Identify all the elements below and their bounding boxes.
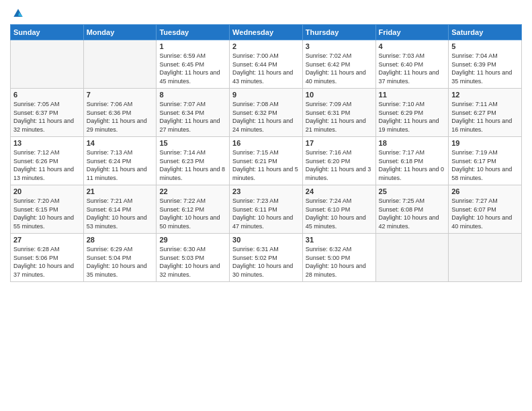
- week-row: 27Sunrise: 6:28 AMSunset: 5:06 PMDayligh…: [11, 234, 522, 282]
- day-number: 9: [232, 91, 300, 99]
- day-info: Sunrise: 7:25 AMSunset: 6:08 PMDaylight:…: [379, 197, 446, 230]
- day-number: 15: [159, 139, 226, 147]
- calendar-cell: 11Sunrise: 7:10 AMSunset: 6:29 PMDayligh…: [375, 89, 449, 137]
- day-number: 13: [13, 139, 81, 147]
- day-number: 19: [451, 139, 519, 147]
- day-number: 24: [306, 187, 373, 195]
- calendar-cell: [83, 40, 157, 89]
- calendar-cell: 14Sunrise: 7:13 AMSunset: 6:24 PMDayligh…: [83, 137, 157, 185]
- calendar-cell: 13Sunrise: 7:12 AMSunset: 6:26 PMDayligh…: [11, 137, 84, 185]
- calendar-cell: 17Sunrise: 7:16 AMSunset: 6:20 PMDayligh…: [302, 137, 375, 185]
- day-number: 31: [306, 236, 373, 244]
- calendar-cell: 3Sunrise: 7:02 AMSunset: 6:42 PMDaylight…: [302, 40, 375, 89]
- day-info: Sunrise: 7:21 AMSunset: 6:14 PMDaylight:…: [87, 197, 154, 230]
- day-number: 28: [87, 236, 154, 244]
- day-info: Sunrise: 7:08 AMSunset: 6:32 PMDaylight:…: [232, 100, 300, 134]
- calendar-page: SundayMondayTuesdayWednesdayThursdayFrid…: [0, 0, 532, 411]
- calendar-cell: 16Sunrise: 7:15 AMSunset: 6:21 PMDayligh…: [230, 137, 303, 185]
- day-number: 3: [306, 42, 373, 50]
- day-info: Sunrise: 7:09 AMSunset: 6:31 PMDaylight:…: [306, 100, 373, 134]
- col-header-tuesday: Tuesday: [157, 25, 230, 40]
- col-header-sunday: Sunday: [11, 25, 84, 40]
- calendar-cell: 25Sunrise: 7:25 AMSunset: 6:08 PMDayligh…: [375, 185, 449, 234]
- calendar-table: SundayMondayTuesdayWednesdayThursdayFrid…: [10, 24, 522, 282]
- calendar-cell: 30Sunrise: 6:31 AMSunset: 5:02 PMDayligh…: [230, 234, 303, 282]
- header: [10, 7, 522, 19]
- day-number: 5: [451, 42, 519, 50]
- day-info: Sunrise: 6:59 AMSunset: 6:45 PMDaylight:…: [159, 52, 226, 85]
- calendar-cell: 7Sunrise: 7:06 AMSunset: 6:36 PMDaylight…: [83, 89, 157, 137]
- day-info: Sunrise: 6:28 AMSunset: 5:06 PMDaylight:…: [13, 245, 81, 279]
- day-info: Sunrise: 7:20 AMSunset: 6:15 PMDaylight:…: [13, 197, 81, 230]
- day-number: 16: [232, 139, 300, 147]
- calendar-cell: 18Sunrise: 7:17 AMSunset: 6:18 PMDayligh…: [375, 137, 449, 185]
- day-number: 1: [159, 42, 226, 50]
- day-number: 17: [306, 139, 373, 147]
- day-info: Sunrise: 7:23 AMSunset: 6:11 PMDaylight:…: [232, 197, 300, 230]
- day-info: Sunrise: 7:17 AMSunset: 6:18 PMDaylight:…: [379, 148, 446, 182]
- calendar-cell: 15Sunrise: 7:14 AMSunset: 6:23 PMDayligh…: [157, 137, 230, 185]
- day-number: 2: [232, 42, 300, 50]
- calendar-cell: [449, 234, 522, 282]
- day-info: Sunrise: 7:14 AMSunset: 6:23 PMDaylight:…: [159, 148, 226, 182]
- day-number: 11: [379, 91, 446, 99]
- day-info: Sunrise: 7:24 AMSunset: 6:10 PMDaylight:…: [306, 197, 373, 230]
- day-number: 6: [13, 91, 81, 99]
- day-info: Sunrise: 7:10 AMSunset: 6:29 PMDaylight:…: [379, 100, 446, 134]
- day-info: Sunrise: 6:30 AMSunset: 5:03 PMDaylight:…: [159, 245, 226, 279]
- calendar-cell: 28Sunrise: 6:29 AMSunset: 5:04 PMDayligh…: [83, 234, 157, 282]
- calendar-cell: 6Sunrise: 7:05 AMSunset: 6:37 PMDaylight…: [11, 89, 84, 137]
- calendar-cell: 10Sunrise: 7:09 AMSunset: 6:31 PMDayligh…: [302, 89, 375, 137]
- day-number: 23: [232, 187, 300, 195]
- day-info: Sunrise: 7:04 AMSunset: 6:39 PMDaylight:…: [451, 52, 519, 85]
- calendar-cell: 9Sunrise: 7:08 AMSunset: 6:32 PMDaylight…: [230, 89, 303, 137]
- day-info: Sunrise: 6:32 AMSunset: 5:00 PMDaylight:…: [306, 245, 373, 279]
- day-info: Sunrise: 7:00 AMSunset: 6:44 PMDaylight:…: [232, 52, 300, 85]
- calendar-cell: 29Sunrise: 6:30 AMSunset: 5:03 PMDayligh…: [157, 234, 230, 282]
- calendar-cell: 5Sunrise: 7:04 AMSunset: 6:39 PMDaylight…: [449, 40, 522, 89]
- calendar-cell: [375, 234, 449, 282]
- calendar-cell: 21Sunrise: 7:21 AMSunset: 6:14 PMDayligh…: [83, 185, 157, 234]
- calendar-cell: 22Sunrise: 7:22 AMSunset: 6:12 PMDayligh…: [157, 185, 230, 234]
- day-number: 21: [87, 187, 154, 195]
- calendar-cell: 4Sunrise: 7:03 AMSunset: 6:40 PMDaylight…: [375, 40, 449, 89]
- calendar-cell: 23Sunrise: 7:23 AMSunset: 6:11 PMDayligh…: [230, 185, 303, 234]
- calendar-cell: 19Sunrise: 7:19 AMSunset: 6:17 PMDayligh…: [449, 137, 522, 185]
- col-header-friday: Friday: [375, 25, 449, 40]
- day-info: Sunrise: 7:05 AMSunset: 6:37 PMDaylight:…: [13, 100, 81, 134]
- day-info: Sunrise: 7:15 AMSunset: 6:21 PMDaylight:…: [232, 148, 300, 182]
- calendar-cell: [11, 40, 84, 89]
- calendar-cell: 1Sunrise: 6:59 AMSunset: 6:45 PMDaylight…: [157, 40, 230, 89]
- day-number: 26: [451, 187, 519, 195]
- day-info: Sunrise: 7:03 AMSunset: 6:40 PMDaylight:…: [379, 52, 446, 85]
- day-info: Sunrise: 7:19 AMSunset: 6:17 PMDaylight:…: [451, 148, 519, 182]
- day-number: 12: [451, 91, 519, 99]
- day-info: Sunrise: 6:29 AMSunset: 5:04 PMDaylight:…: [87, 245, 154, 279]
- week-row: 6Sunrise: 7:05 AMSunset: 6:37 PMDaylight…: [11, 89, 522, 137]
- day-number: 27: [13, 236, 81, 244]
- day-number: 30: [232, 236, 300, 244]
- day-number: 10: [306, 91, 373, 99]
- day-info: Sunrise: 6:31 AMSunset: 5:02 PMDaylight:…: [232, 245, 300, 279]
- day-number: 4: [379, 42, 446, 50]
- calendar-cell: 24Sunrise: 7:24 AMSunset: 6:10 PMDayligh…: [302, 185, 375, 234]
- day-info: Sunrise: 7:11 AMSunset: 6:27 PMDaylight:…: [451, 100, 519, 134]
- calendar-cell: 20Sunrise: 7:20 AMSunset: 6:15 PMDayligh…: [11, 185, 84, 234]
- calendar-cell: 31Sunrise: 6:32 AMSunset: 5:00 PMDayligh…: [302, 234, 375, 282]
- day-info: Sunrise: 7:13 AMSunset: 6:24 PMDaylight:…: [87, 148, 154, 182]
- day-number: 22: [159, 187, 226, 195]
- calendar-cell: 2Sunrise: 7:00 AMSunset: 6:44 PMDaylight…: [230, 40, 303, 89]
- col-header-thursday: Thursday: [302, 25, 375, 40]
- day-number: 25: [379, 187, 446, 195]
- day-info: Sunrise: 7:07 AMSunset: 6:34 PMDaylight:…: [159, 100, 226, 134]
- calendar-cell: 12Sunrise: 7:11 AMSunset: 6:27 PMDayligh…: [449, 89, 522, 137]
- calendar-cell: 26Sunrise: 7:27 AMSunset: 6:07 PMDayligh…: [449, 185, 522, 234]
- day-info: Sunrise: 7:02 AMSunset: 6:42 PMDaylight:…: [306, 52, 373, 85]
- col-header-monday: Monday: [83, 25, 157, 40]
- col-header-wednesday: Wednesday: [230, 25, 303, 40]
- day-number: 7: [87, 91, 154, 99]
- day-info: Sunrise: 7:27 AMSunset: 6:07 PMDaylight:…: [451, 197, 519, 230]
- week-row: 1Sunrise: 6:59 AMSunset: 6:45 PMDaylight…: [11, 40, 522, 89]
- day-info: Sunrise: 7:16 AMSunset: 6:20 PMDaylight:…: [306, 148, 373, 182]
- day-info: Sunrise: 7:06 AMSunset: 6:36 PMDaylight:…: [87, 100, 154, 134]
